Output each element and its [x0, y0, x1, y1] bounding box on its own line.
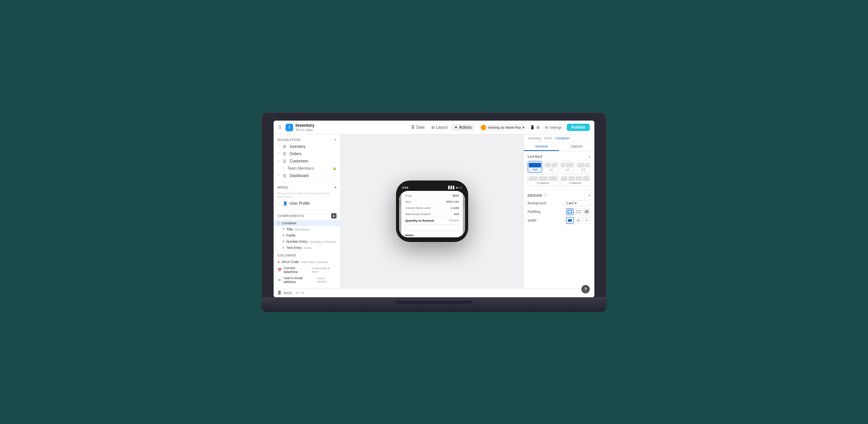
top-bar-tabs: 🗄 Data ⊞ Layout ✦ Actions	[408, 124, 475, 131]
center-preview-area: 3:04 ▋▋▋ ◈ ▭ ‹ Part 7	[341, 134, 523, 288]
svg-rect-4	[568, 219, 572, 222]
layout-collapse-btn[interactable]: ▾	[589, 154, 591, 159]
grid-icon: ⠿	[278, 125, 282, 130]
tab-options[interactable]: Options	[559, 142, 594, 151]
components-header: COMPONENTS +	[274, 212, 340, 220]
width-option-1[interactable]	[566, 217, 574, 224]
tab-data[interactable]: 🗄 Data	[408, 124, 427, 131]
layout-1-2-label: 1:2	[565, 168, 569, 171]
text-icon: ≡	[282, 246, 284, 250]
date-icon: 📅	[277, 268, 282, 272]
background-select[interactable]: Card ▾	[564, 200, 591, 206]
sku-sub: Order/SKU Ordered	[300, 260, 328, 264]
main-content: NAVIGATION + ⠿ ☰ Inventory ⠿ ☰	[274, 134, 594, 288]
padding-option-2[interactable]	[574, 208, 582, 215]
sidebar-item-inventory[interactable]: ⠿ ☰ Inventory	[274, 143, 340, 150]
quantity-input[interactable]	[405, 224, 459, 231]
phone-time: 3:04	[402, 186, 408, 189]
column-date[interactable]: 📅 Current date/time Order/Date & time	[274, 265, 340, 275]
design-info-icon: ⓘ	[543, 193, 547, 198]
app-name: Inventory	[295, 123, 315, 128]
signal-icon: ▋▋▋	[448, 186, 455, 189]
drag-handle: ⠿	[282, 167, 284, 170]
title-label: Title	[287, 227, 293, 231]
column-email[interactable]: 📧 User's email address Team Memb...	[274, 275, 340, 285]
col1	[529, 176, 538, 181]
padding-icon-3	[584, 210, 589, 214]
add-nav-icon[interactable]: +	[334, 138, 337, 142]
bar-right-lg	[566, 163, 573, 167]
background-label: Background	[528, 201, 546, 205]
bar-right	[551, 163, 557, 167]
email-sub: Team Memb...	[317, 277, 337, 283]
sidebar-item-customers[interactable]: ⠿ ☰ Customers	[274, 157, 340, 165]
email-icon: 📧	[277, 278, 282, 282]
layout-4-columns[interactable]: 4 columns	[560, 174, 591, 186]
add-component-button[interactable]: +	[331, 213, 337, 219]
sidebar-item-team-members[interactable]: ⠿ Team Members 🔒	[274, 165, 340, 172]
layout-full[interactable]: Full	[528, 161, 542, 173]
layout-1-1[interactable]: 1:1	[544, 161, 558, 173]
app-icon-letter: I	[289, 125, 290, 129]
tab-layout[interactable]: ⊞ Layout	[428, 124, 451, 131]
redo-button[interactable]: ↪	[301, 291, 304, 295]
tab-layout-label: Layout	[436, 125, 447, 129]
laptop-screen: ⠿ I Inventory Tom's Apps 🗄 Data	[274, 121, 594, 297]
right-panel: Inventory › Form › Container General Opt	[523, 134, 594, 288]
design-title-row: DESIGN ⓘ	[528, 193, 547, 198]
field-price: Price $693	[405, 193, 459, 199]
sidebar-item-dashboard[interactable]: ⠿ ☰ Dashboard	[274, 172, 340, 179]
settings-button[interactable]: ⚙ Settings	[542, 124, 564, 131]
padding-option-1[interactable]	[566, 208, 574, 215]
app-subtitle: Tom's Apps	[295, 128, 315, 132]
publish-button[interactable]: Publish	[567, 124, 590, 131]
right-panel-body: LAYOUT ▾ Full	[524, 151, 594, 288]
padding-icon-2	[576, 210, 581, 214]
undo-button[interactable]: ↩	[296, 291, 299, 295]
component-text-entry[interactable]: ≡ Text Entry Notes	[274, 245, 340, 251]
text-sub: Notes	[304, 246, 312, 250]
number-label: Number Entry	[286, 240, 308, 243]
design-section: DESIGN ⓘ ▾ Background Card ▾	[528, 189, 591, 224]
column-sku[interactable]: ● SKU/ Code Order/SKU Ordered	[274, 259, 340, 265]
col1	[561, 176, 568, 181]
padding-option-3[interactable]	[583, 208, 591, 215]
width-option-2[interactable]	[574, 217, 582, 224]
sku-field-label: SKU	[405, 200, 411, 204]
tab-general[interactable]: General	[524, 142, 559, 151]
width-label: Width	[528, 219, 536, 222]
settings-label: Settings	[549, 126, 562, 129]
drag-handle: ⠿	[277, 145, 280, 148]
publish-label: Publish	[571, 125, 585, 129]
padding-row: Padding	[528, 208, 591, 215]
padding-icon-1	[568, 210, 572, 214]
menu-chevron: ▾	[335, 186, 337, 189]
col2	[568, 176, 575, 181]
component-container[interactable]: □ Container	[274, 220, 340, 226]
bar-right-sm	[586, 163, 589, 167]
layout-2-1[interactable]: 2:1	[576, 161, 591, 173]
phone-mockup: 3:04 ▋▋▋ ◈ ▭ ‹ Part 7	[396, 181, 468, 242]
svg-rect-1	[576, 210, 581, 213]
screen-bezel: ⠿ I Inventory Tom's Apps 🗄 Data	[261, 112, 607, 298]
layout-1-2[interactable]: 1:2	[560, 161, 574, 173]
layout-1-1-label: 1:1	[549, 168, 553, 171]
settings-icon: ⚙	[545, 126, 548, 129]
app-name-block: Inventory Tom's Apps	[295, 123, 315, 132]
4col-bars	[561, 176, 589, 181]
component-number-entry[interactable]: # Number Entry Quantity to Restock	[274, 238, 340, 245]
notes-section-label: Notes	[405, 232, 459, 237]
sidebar-item-orders[interactable]: ⠿ ☰ Orders	[274, 150, 340, 157]
fields-label: Fields	[286, 234, 295, 237]
viewing-chevron: ▾	[523, 126, 525, 129]
tab-actions[interactable]: ✦ Actions	[451, 124, 475, 131]
design-collapse-btn[interactable]: ▾	[589, 193, 591, 197]
sidebar-item-user-profile[interactable]: ⠿ 👤 User Profile	[274, 200, 340, 207]
width-option-3[interactable]	[583, 217, 591, 224]
bar-left-lg	[577, 163, 585, 167]
component-fields[interactable]: ≡ Fields	[274, 232, 340, 238]
orders-label: Orders	[290, 152, 302, 156]
component-title[interactable]: T Title Item/Name	[274, 226, 340, 232]
layout-3-columns[interactable]: 3 columns	[528, 174, 558, 186]
email-label: User's email address	[284, 276, 315, 284]
